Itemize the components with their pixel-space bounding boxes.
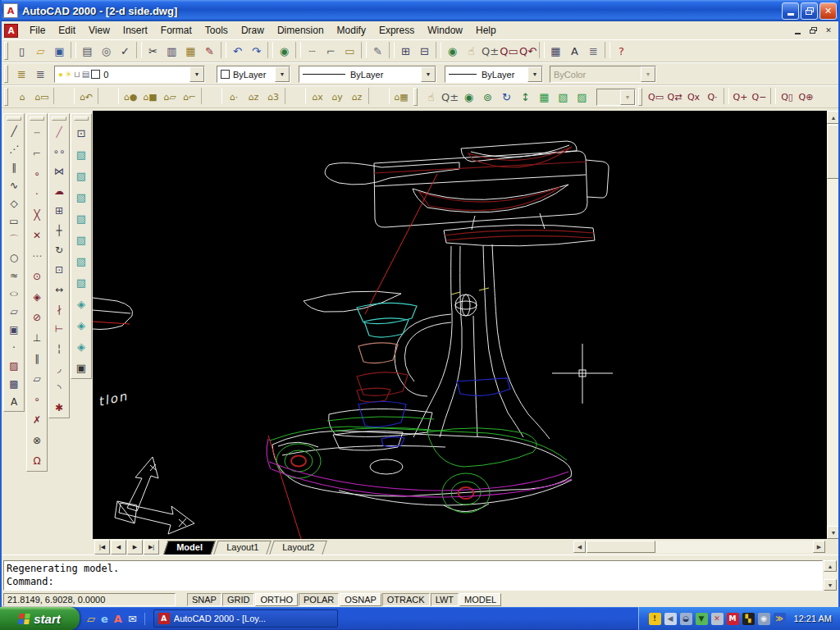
zoom-in-icon[interactable]: Q+: [731, 88, 750, 106]
right-view-icon[interactable]: ▧: [72, 208, 90, 229]
zoom-realtime-icon[interactable]: Q±: [441, 88, 459, 106]
camera-icon[interactable]: ▣: [72, 357, 90, 378]
scroll-up-icon[interactable]: ▲: [827, 111, 838, 124]
menu-help[interactable]: Help: [469, 22, 503, 39]
zoom-window-icon[interactable]: Q▭: [646, 88, 665, 106]
undo-icon[interactable]: ↶: [228, 42, 247, 60]
ucs-previous-icon[interactable]: ⌂↶: [76, 88, 96, 106]
vertical-scroll-thumb[interactable]: [827, 125, 838, 179]
tab-layout1[interactable]: Layout1: [213, 541, 272, 555]
object-ucs-icon[interactable]: ⌂■: [140, 88, 160, 106]
help-icon[interactable]: ?: [612, 42, 631, 60]
3d-adjust-distance-icon[interactable]: ↕: [516, 88, 535, 106]
menu-format[interactable]: Format: [154, 22, 199, 39]
autocad-quicklaunch-icon[interactable]: A: [114, 613, 122, 625]
scroll-right-icon[interactable]: ▶: [813, 541, 825, 553]
snap-parallel-icon[interactable]: ∥: [28, 348, 46, 368]
multiline-icon[interactable]: ∥: [5, 158, 23, 176]
extend-icon[interactable]: ⊢: [50, 319, 68, 339]
track-point-icon[interactable]: ┄: [303, 42, 322, 60]
canvas-horizontal-scrollbar[interactable]: ◀ ▶: [573, 541, 825, 553]
snap-endpoint-icon[interactable]: ∘: [28, 163, 46, 184]
open-icon[interactable]: ▱: [31, 42, 50, 60]
scroll-down-icon[interactable]: ▼: [827, 526, 838, 539]
snap-insert-icon[interactable]: ▱: [28, 368, 46, 389]
command-scrollbar[interactable]: ▲ ▼: [824, 560, 837, 591]
copy-object-icon[interactable]: ∘∘: [50, 142, 68, 162]
front-view-icon[interactable]: ▧: [72, 229, 90, 250]
menu-insert[interactable]: Insert: [116, 22, 154, 39]
arc-icon[interactable]: ⌒: [5, 231, 23, 249]
minimize-button[interactable]: [782, 2, 799, 20]
last-tab-button[interactable]: ▶|: [144, 540, 159, 555]
make-object-layer-current-icon[interactable]: ≣: [12, 65, 31, 83]
ellipse-icon[interactable]: ○: [5, 285, 23, 303]
aerial-view-icon[interactable]: ⊞: [396, 42, 415, 60]
x-rotate-ucs-icon[interactable]: ⌂x: [308, 88, 327, 106]
back-view-icon[interactable]: ▧: [72, 250, 90, 272]
front-clip-icon[interactable]: ▧: [554, 88, 573, 106]
top-view-icon[interactable]: ▧: [72, 144, 90, 165]
trim-icon[interactable]: ∤: [50, 299, 68, 319]
layer-on-icon[interactable]: ●: [58, 70, 63, 79]
ie-quicklaunch-icon[interactable]: e: [101, 613, 108, 625]
tab-model[interactable]: Model: [163, 541, 215, 555]
sw-isometric-view-icon[interactable]: ▧: [72, 272, 90, 293]
snap-apparent-intersection-icon[interactable]: ✕: [28, 225, 46, 245]
model-toggle[interactable]: MODEL: [459, 593, 501, 606]
construction-line-icon[interactable]: ⋰: [5, 140, 23, 158]
mdi-minimize-button[interactable]: [791, 25, 804, 36]
osnap-toggle[interactable]: OSNAP: [340, 593, 381, 606]
layer-unlock-icon[interactable]: ⊔: [74, 70, 80, 79]
dbconnect-icon[interactable]: ≣: [584, 42, 603, 60]
lengthen-icon[interactable]: ↔: [50, 280, 68, 299]
new-icon[interactable]: ▯: [12, 42, 31, 60]
osnap-settings-icon[interactable]: Ω: [28, 450, 46, 471]
snap-perpendicular-icon[interactable]: ⊥: [28, 327, 46, 348]
certificate-tray-icon[interactable]: ◉: [758, 613, 770, 625]
ucs-icon[interactable]: ⌂: [12, 88, 32, 106]
lineweight-combo[interactable]: ByLayer ▼: [445, 66, 543, 83]
linetype-combo[interactable]: ByLayer ▼: [299, 66, 436, 83]
break-icon[interactable]: ¦: [50, 339, 68, 358]
layers-icon[interactable]: ≣: [31, 65, 50, 83]
menu-draw[interactable]: Draw: [235, 22, 271, 39]
line-icon[interactable]: ╱: [5, 122, 23, 140]
update-tray-icon[interactable]: ▼: [696, 613, 708, 625]
zoom-dynamic-icon[interactable]: Q⇄: [665, 88, 684, 106]
menu-express[interactable]: Express: [372, 22, 421, 39]
start-button[interactable]: start: [0, 607, 80, 630]
next-tab-button[interactable]: ▶: [127, 540, 143, 555]
zoom-realtime-icon[interactable]: Q±: [481, 42, 500, 60]
3d-orbit-icon[interactable]: ◉: [459, 88, 478, 106]
ucs-dialog-icon[interactable]: ⌂▭: [32, 88, 52, 106]
rotate-icon[interactable]: ↻: [50, 240, 68, 260]
temporary-track-point-icon[interactable]: ┄: [28, 122, 46, 143]
zoom-scale-icon[interactable]: Qx: [684, 88, 703, 106]
ortho-toggle[interactable]: ORTHO: [255, 593, 298, 606]
face-ucs-icon[interactable]: ⌂▱: [160, 88, 180, 106]
origin-ucs-icon[interactable]: ⌂·: [224, 88, 244, 106]
menu-tools[interactable]: Tools: [199, 22, 235, 39]
pan-realtime-icon[interactable]: ☝: [462, 42, 481, 60]
circle-icon[interactable]: ○: [5, 249, 23, 267]
3d-swivel-icon[interactable]: ↻: [497, 88, 516, 106]
ne-isometric-view-icon[interactable]: ◈: [72, 314, 90, 336]
polar-toggle[interactable]: POLAR: [299, 593, 339, 606]
view-ucs-icon[interactable]: ⌂⌐: [180, 88, 199, 106]
disconnect-tray-icon[interactable]: ✕: [711, 613, 724, 625]
mirror-icon[interactable]: ⋈: [50, 162, 68, 181]
title-bar[interactable]: A AutoCAD 2000 - [2-d side.dwg] ✕: [0, 0, 840, 21]
mdi-close-button[interactable]: ✕: [822, 25, 835, 36]
bottom-view-icon[interactable]: ▧: [72, 165, 90, 186]
restore-button[interactable]: [801, 2, 818, 20]
3d-orbit-icon[interactable]: ◉: [443, 42, 462, 60]
zoom-window-flyout-icon[interactable]: Q▭: [500, 42, 518, 60]
layer-combo-dropdown-icon[interactable]: ▼: [189, 66, 204, 82]
first-tab-button[interactable]: |◀: [94, 540, 110, 555]
zoom-previous-icon[interactable]: Q↶: [518, 42, 537, 60]
mcafee-tray-icon[interactable]: M: [727, 613, 739, 625]
3d-continuous-orbit-icon[interactable]: ⊚: [478, 88, 497, 106]
zoom-all-icon[interactable]: Q▯: [778, 88, 797, 106]
scale-icon[interactable]: ⊡: [50, 260, 68, 280]
